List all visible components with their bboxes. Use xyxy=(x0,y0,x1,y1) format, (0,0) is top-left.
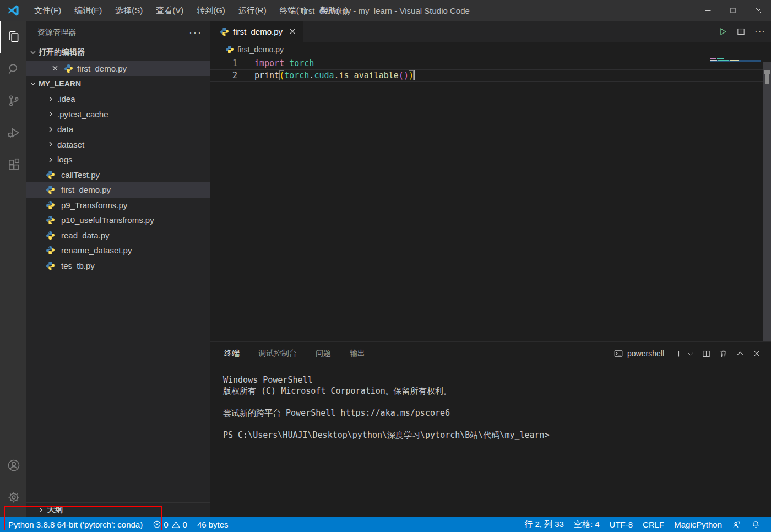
split-terminal-icon[interactable] xyxy=(702,349,711,359)
eol-item[interactable]: CRLF xyxy=(638,517,669,532)
split-editor-icon[interactable] xyxy=(736,27,746,36)
editor-scrollbar[interactable] xyxy=(763,62,771,341)
terminal-line: PS C:\Users\HUAJI\Desktop\python\深度学习\py… xyxy=(223,430,771,441)
notifications-item[interactable] xyxy=(746,517,765,532)
code-line-1[interactable]: 1import torch xyxy=(210,57,771,69)
panel-tab-4[interactable]: 输出 xyxy=(350,342,365,365)
open-editor-item[interactable]: first_demo.py xyxy=(26,61,210,76)
feedback-item[interactable] xyxy=(727,517,746,532)
indentation-item[interactable]: 空格: 4 xyxy=(569,517,605,532)
errors-icon xyxy=(153,520,161,529)
code-line-2[interactable]: 2print(torch.cuda.is_available()) xyxy=(210,69,771,82)
tree-folder-.idea[interactable]: .idea xyxy=(26,91,210,107)
tree-item-label: rename_dataset.py xyxy=(61,246,132,255)
menu-item-7[interactable]: 终端(T) xyxy=(273,0,313,21)
panel-tab-1[interactable]: 终端 xyxy=(224,342,240,365)
problems-item[interactable]: 0 0 xyxy=(148,517,192,532)
title-bar: 文件(F)编辑(E)选择(S)查看(V)转到(G)运行(R)终端(T)帮助(H)… xyxy=(0,0,771,21)
eol-label: CRLF xyxy=(643,520,664,529)
menu-item-1[interactable]: 文件(F) xyxy=(28,0,68,21)
menu-item-4[interactable]: 查看(V) xyxy=(149,0,190,21)
extensions-icon xyxy=(7,158,21,172)
tree-item-label: p10_usefulTransfroms.py xyxy=(61,215,154,225)
python-file-icon xyxy=(46,185,55,194)
activity-source-control-icon[interactable] xyxy=(0,85,26,117)
close-editor-icon[interactable] xyxy=(51,64,59,73)
shell-label: powershell xyxy=(627,349,664,358)
terminal-output[interactable]: Windows PowerShell版权所有 (C) Microsoft Cor… xyxy=(210,365,771,441)
tree-item-label: dataset xyxy=(57,140,84,149)
tree-file-callTest.py[interactable]: callTest.py xyxy=(26,167,210,183)
error-count: 0 xyxy=(164,520,168,529)
explorer-more-actions-icon[interactable]: ··· xyxy=(189,27,202,39)
activity-files-icon[interactable] xyxy=(0,21,26,53)
tree-file-p10_usefulTransfroms.py[interactable]: p10_usefulTransfroms.py xyxy=(26,213,210,228)
activity-settings-gear-icon[interactable] xyxy=(0,481,26,513)
tree-folder-data[interactable]: data xyxy=(26,122,210,137)
maximize-panel-icon[interactable] xyxy=(736,349,745,358)
settings-gear-icon xyxy=(7,490,21,504)
editor-actions: ··· xyxy=(718,21,765,42)
line-number: 1 xyxy=(210,58,237,68)
panel: 终端调试控制台问题输出 powershell xyxy=(210,341,771,517)
more-actions-icon[interactable]: ··· xyxy=(754,26,765,37)
terminal-dropdown-chevron-icon[interactable] xyxy=(687,350,694,357)
tree-file-tes_tb.py[interactable]: tes_tb.py xyxy=(26,258,210,274)
panel-tab-3[interactable]: 问题 xyxy=(316,342,331,365)
files-icon xyxy=(7,30,21,44)
tree-folder-logs[interactable]: logs xyxy=(26,152,210,167)
new-terminal-icon[interactable] xyxy=(674,349,683,359)
close-window-icon[interactable] xyxy=(746,0,771,21)
cursor-position-item[interactable]: 行 2, 列 33 xyxy=(519,517,569,532)
code-area[interactable]: 1import torch2print(torch.cuda.is_availa… xyxy=(210,57,771,82)
terminal-line: Windows PowerShell xyxy=(223,375,771,386)
tab-first-demo[interactable]: first_demo.py xyxy=(210,21,303,42)
activity-extensions-icon[interactable] xyxy=(0,149,26,181)
open-editors-section-header[interactable]: 打开的编辑器 xyxy=(26,44,210,61)
outline-section-header[interactable]: 大纲 xyxy=(26,502,210,517)
activity-account-icon[interactable] xyxy=(0,449,26,481)
run-python-file-icon[interactable] xyxy=(718,27,727,36)
open-editors-label: 打开的编辑器 xyxy=(39,47,85,57)
breadcrumb[interactable]: first_demo.py xyxy=(210,42,771,57)
tree-item-label: first_demo.py xyxy=(61,185,111,194)
minimize-icon[interactable] xyxy=(695,0,720,21)
activity-run-debug-icon[interactable] xyxy=(0,117,26,149)
kill-terminal-icon[interactable] xyxy=(719,349,728,359)
menu-item-5[interactable]: 转到(G) xyxy=(190,0,232,21)
menu-item-6[interactable]: 运行(R) xyxy=(232,0,273,21)
activity-search-icon[interactable] xyxy=(0,53,26,85)
python-file-icon xyxy=(220,27,229,36)
minimap[interactable] xyxy=(710,58,761,62)
language-mode-item[interactable]: MagicPython xyxy=(669,517,727,532)
python-file-icon xyxy=(46,246,55,255)
menu-item-3[interactable]: 选择(S) xyxy=(108,0,149,21)
tree-file-first_demo.py[interactable]: first_demo.py xyxy=(26,182,210,198)
tree-folder-.pytest_cache[interactable]: .pytest_cache xyxy=(26,107,210,122)
maximize-icon[interactable] xyxy=(720,0,746,21)
tree-file-rename_dataset.py[interactable]: rename_dataset.py xyxy=(26,243,210,258)
account-icon xyxy=(7,458,21,473)
encoding-item[interactable]: UTF-8 xyxy=(605,517,638,532)
tree-item-label: read_data.py xyxy=(61,231,110,240)
menu-item-2[interactable]: 编辑(E) xyxy=(68,0,108,21)
tree-file-p9_Transforms.py[interactable]: p9_Transforms.py xyxy=(26,198,210,213)
folder-section-header[interactable]: MY_LEARN xyxy=(26,76,210,91)
editor-content[interactable]: first_demo.py 1import torch2print(torch.… xyxy=(210,42,771,341)
tree-file-read_data.py[interactable]: read_data.py xyxy=(26,228,210,243)
terminal-icon xyxy=(613,349,623,359)
close-panel-icon[interactable] xyxy=(752,349,761,358)
terminal-shell-selector[interactable]: powershell xyxy=(613,349,664,359)
tree-folder-dataset[interactable]: dataset xyxy=(26,137,210,153)
panel-tab-2[interactable]: 调试控制台 xyxy=(258,342,297,365)
file-size-item[interactable]: 46 bytes xyxy=(192,517,234,532)
tree-item-label: tes_tb.py xyxy=(61,261,95,270)
python-file-icon xyxy=(46,231,55,240)
python-interpreter-item[interactable]: Python 3.8.8 64-bit ('pytorch': conda) xyxy=(3,517,148,532)
chevron-right-icon xyxy=(36,506,45,514)
close-tab-icon[interactable] xyxy=(288,27,297,36)
chevron-right-icon xyxy=(46,125,55,134)
panel-actions: powershell xyxy=(613,342,761,365)
menu-item-8[interactable]: 帮助(H) xyxy=(313,0,355,21)
chevron-down-icon xyxy=(29,48,37,57)
